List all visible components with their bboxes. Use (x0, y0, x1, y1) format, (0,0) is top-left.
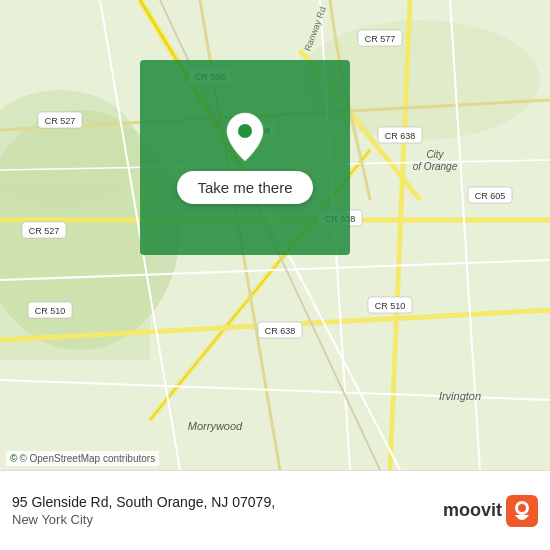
osm-credit-text: © OpenStreetMap contributors (19, 453, 155, 464)
svg-text:CR 577: CR 577 (365, 34, 396, 44)
moovit-logo: moovit (443, 495, 538, 527)
svg-text:City: City (426, 149, 444, 160)
moovit-icon (506, 495, 538, 527)
svg-text:CR 510: CR 510 (35, 306, 66, 316)
map-highlight-overlay: Take me there (140, 60, 350, 255)
info-bar: 95 Glenside Rd, South Orange, NJ 07079, … (0, 470, 550, 550)
svg-text:CR 527: CR 527 (29, 226, 60, 236)
location-pin-icon (223, 111, 267, 163)
svg-point-53 (518, 504, 526, 512)
address-line1: 95 Glenside Rd, South Orange, NJ 07079, (12, 494, 443, 510)
svg-text:CR 638: CR 638 (265, 326, 296, 336)
osm-logo: © (10, 453, 17, 464)
moovit-text: moovit (443, 500, 502, 521)
svg-text:of Orange: of Orange (413, 161, 458, 172)
take-me-there-button[interactable]: Take me there (177, 171, 312, 204)
svg-text:CR 605: CR 605 (475, 191, 506, 201)
svg-point-50 (238, 124, 252, 138)
svg-text:CR 638: CR 638 (385, 131, 416, 141)
osm-credit: © © OpenStreetMap contributors (6, 451, 159, 466)
address-block: 95 Glenside Rd, South Orange, NJ 07079, … (12, 494, 443, 527)
svg-text:Irvington: Irvington (439, 390, 481, 402)
svg-text:CR 527: CR 527 (45, 116, 76, 126)
svg-text:Morrywood: Morrywood (188, 420, 243, 432)
address-line2: New York City (12, 512, 443, 527)
map-container: CR 527 CR 527 CR 508 CR 508 CR 577 CR 63… (0, 0, 550, 470)
svg-text:CR 510: CR 510 (375, 301, 406, 311)
